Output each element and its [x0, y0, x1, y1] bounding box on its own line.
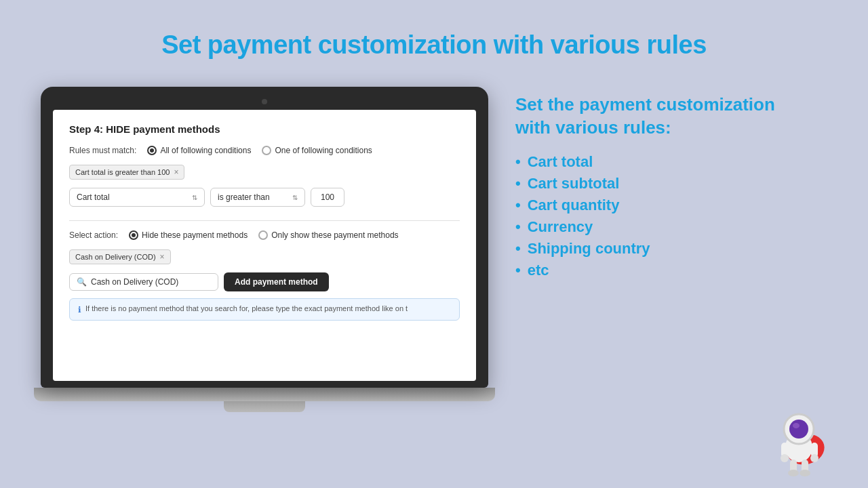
svg-point-3: [789, 420, 808, 439]
laptop-base: [34, 388, 495, 401]
payment-tag-remove[interactable]: ×: [160, 252, 165, 262]
laptop-outer: Step 4: HIDE payment methods Rules must …: [41, 87, 488, 388]
bullet-item-0: Cart total: [515, 153, 827, 171]
radio-all-label: All of following conditions: [160, 146, 251, 155]
condition-tag-chip: Cart total is greater than 100 ×: [69, 165, 184, 180]
search-input-text: Cash on Delivery (COD): [91, 277, 178, 287]
condition-dropdown[interactable]: Cart total ⇅: [69, 188, 205, 207]
condition-row: Cart total ⇅ is greater than ⇅ 100: [69, 188, 460, 207]
radio-show-circle[interactable]: [258, 230, 268, 240]
svg-point-11: [788, 470, 799, 476]
bullet-list: Cart totalCart subtotalCart quantityCurr…: [515, 153, 827, 279]
svg-point-12: [800, 470, 810, 476]
main-title: Set payment customization with various r…: [0, 0, 868, 60]
bullet-item-4: Shipping country: [515, 240, 827, 258]
bullet-item-5: etc: [515, 262, 827, 279]
condition-tag-text: Cart total is greater than 100: [75, 168, 170, 176]
svg-point-8: [810, 454, 818, 462]
select-action-label: Select action:: [69, 230, 118, 240]
radio-show-option[interactable]: Only show these payment methods: [258, 230, 398, 240]
laptop-screen: Step 4: HIDE payment methods Rules must …: [53, 110, 476, 381]
rules-match-row: Rules must match: All of following condi…: [69, 146, 460, 155]
right-panel: Set the payment customization with vario…: [515, 87, 827, 283]
radio-all-circle[interactable]: [147, 146, 157, 155]
radio-one-circle[interactable]: [262, 146, 271, 155]
condition-number-input[interactable]: 100: [311, 188, 344, 207]
astronaut-mascot: [760, 392, 848, 483]
right-heading-line2: with various rules:: [515, 117, 671, 138]
condition-operator-chevron: ⇅: [292, 194, 298, 201]
rules-match-label: Rules must match:: [69, 146, 136, 155]
radio-hide-circle[interactable]: [129, 230, 138, 240]
bullet-item-3: Currency: [515, 218, 827, 236]
condition-dropdown-value: Cart total: [77, 192, 110, 202]
app-ui: Step 4: HIDE payment methods Rules must …: [53, 110, 476, 334]
laptop-camera: [262, 99, 267, 104]
info-banner: ℹ If there is no payment method that you…: [69, 298, 460, 321]
svg-point-4: [793, 423, 800, 428]
right-heading-line1: Set the payment customization: [515, 94, 775, 115]
radio-one-label: One of following conditions: [275, 146, 372, 155]
laptop-stand: [224, 401, 305, 412]
condition-operator-dropdown[interactable]: is greater than ⇅: [210, 188, 305, 207]
radio-hide-option[interactable]: Hide these payment methods: [129, 230, 248, 240]
add-payment-method-button[interactable]: Add payment method: [224, 272, 329, 291]
right-heading: Set the payment customization with vario…: [515, 94, 827, 140]
radio-all-option[interactable]: All of following conditions: [147, 146, 251, 155]
bullet-item-1: Cart subtotal: [515, 175, 827, 192]
info-text: If there is no payment method that you s…: [85, 304, 408, 312]
svg-point-7: [781, 454, 789, 462]
content-area: Step 4: HIDE payment methods Rules must …: [0, 66, 868, 412]
payment-search-row: 🔍 Cash on Delivery (COD) Add payment met…: [69, 272, 460, 291]
divider-1: [69, 220, 460, 221]
search-input-wrap[interactable]: 🔍 Cash on Delivery (COD): [69, 273, 218, 291]
radio-one-option[interactable]: One of following conditions: [262, 146, 372, 155]
radio-show-label: Only show these payment methods: [271, 230, 398, 240]
radio-hide-label: Hide these payment methods: [142, 230, 248, 240]
condition-tag-remove[interactable]: ×: [174, 167, 178, 177]
bullet-item-2: Cart quantity: [515, 197, 827, 214]
condition-dropdown-chevron: ⇅: [192, 194, 197, 201]
select-action-row: Select action: Hide these payment method…: [69, 230, 460, 240]
search-icon: 🔍: [77, 277, 87, 287]
info-icon: ℹ: [78, 305, 81, 314]
condition-operator-value: is greater than: [218, 192, 270, 202]
payment-tag-chip: Cash on Delivery (COD) ×: [69, 249, 171, 264]
laptop-wrapper: Step 4: HIDE payment methods Rules must …: [41, 87, 488, 412]
payment-tag-text: Cash on Delivery (COD): [75, 253, 156, 261]
step-title: Step 4: HIDE payment methods: [69, 123, 460, 135]
